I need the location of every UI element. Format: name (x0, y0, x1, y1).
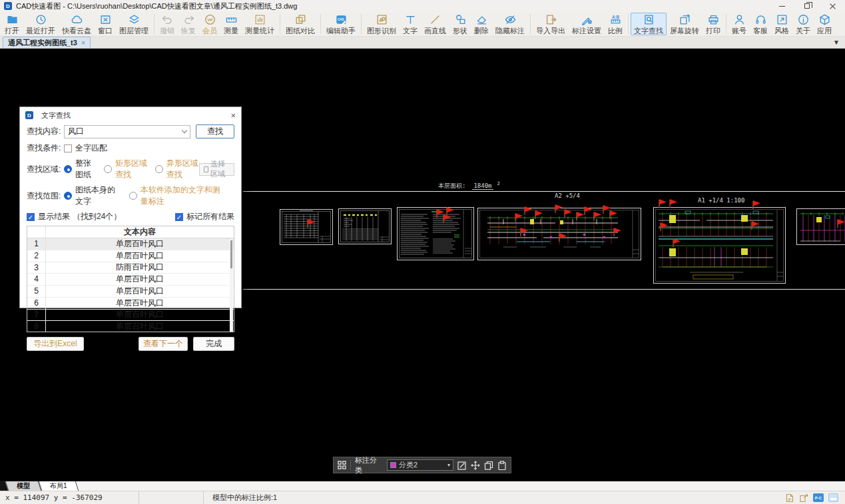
result-row[interactable]: 4 单层百叶风口 (27, 274, 234, 286)
document-tab[interactable]: 通风工程实例图纸_t3 × (3, 37, 91, 48)
dialog-close-icon[interactable]: × (230, 111, 236, 121)
toolbar-button-label: 打印 (706, 27, 720, 35)
toolbar-button-screen-rotate[interactable]: 屏幕旋转 (667, 13, 703, 35)
toolbar-button-label: 图层管理 (119, 27, 148, 35)
toolbar-separator (530, 14, 531, 34)
view-next-button[interactable]: 查看下一个 (139, 337, 188, 351)
toolbar-separator (280, 14, 280, 34)
toolbar-button-annotation-settings[interactable]: 标注设置 (569, 13, 605, 35)
area-polygon-label: 异形区域查找 (166, 158, 200, 180)
classify-selected: 分类2 (399, 460, 445, 470)
toolbar-button-draw-line[interactable]: 画直线 (421, 13, 449, 35)
result-row[interactable]: 7 单层百叶风口 (27, 310, 234, 322)
maximize-button[interactable] (794, 0, 820, 12)
classify-grid-icon[interactable] (338, 461, 346, 469)
find-button[interactable]: 查找 (196, 125, 234, 138)
toolbar-button-style[interactable]: 风格 (771, 13, 792, 35)
cube-icon (818, 13, 831, 26)
user-icon (733, 13, 746, 26)
toolbar-button-label: 窗口 (98, 27, 113, 35)
drawing-border-line-top (243, 191, 845, 192)
tab-close-icon[interactable]: × (81, 39, 85, 47)
select-area-icon (204, 166, 208, 172)
toolbar-button-print[interactable]: 打印 (703, 13, 724, 35)
area-polygon-radio[interactable] (155, 165, 163, 173)
export-pdf-icon[interactable] (785, 493, 794, 503)
scope-added-text-radio[interactable] (129, 192, 137, 200)
move-annotation-icon[interactable] (471, 461, 480, 470)
toolbar-button-delete[interactable]: 删除 (471, 13, 492, 35)
export-excel-button[interactable]: 导出到Excel (27, 337, 84, 351)
toolbar-button-about[interactable]: 关于 (792, 13, 814, 35)
toolbar-button-open[interactable]: 打开 (1, 13, 23, 35)
tab-layout1[interactable]: 布局1 (39, 481, 79, 491)
toolbar-button-cloud-drive[interactable]: 快看云盘 (59, 13, 95, 35)
done-button[interactable]: 完成 (193, 337, 234, 351)
toolbar-button-account[interactable]: 账号 (728, 13, 750, 35)
info-icon (797, 13, 810, 26)
mark-all-checkbox[interactable]: ✓ (175, 213, 183, 221)
toolbar-button-label: 撤销 (160, 27, 174, 35)
paste-annotation-icon[interactable] (497, 461, 507, 470)
result-row[interactable]: 6 单层百叶风口 (27, 298, 234, 310)
toolbar-button-text[interactable]: 文字 (400, 13, 421, 35)
settings-icon (581, 13, 593, 26)
results-count: （找到24个） (73, 211, 121, 222)
toolbar-button-drawing-compare[interactable]: 图纸对比 (282, 13, 318, 35)
result-row[interactable]: 2 单层百叶风口 (27, 250, 234, 262)
scope-added-text-label: 本软件添加的文字和测量标注 (141, 184, 228, 207)
result-row[interactable]: 5 单层百叶风口 (27, 286, 234, 298)
find-text-icon (643, 13, 655, 26)
classify-dropdown[interactable]: 分类2 ▾ (387, 459, 453, 471)
toolbar-button-support[interactable]: 客服 (750, 13, 771, 35)
area-whole-drawing-radio[interactable] (64, 165, 72, 173)
toolbar-button-layer-manager[interactable]: 图层管理 (116, 13, 152, 35)
scope-drawing-text-radio[interactable] (64, 192, 72, 200)
results-scrollbar[interactable] (230, 239, 233, 332)
toolbar-button-label: 恢复 (181, 27, 196, 35)
close-button[interactable] (820, 0, 845, 12)
whole-word-checkbox[interactable] (64, 144, 72, 152)
show-results-label: 显示结果 (38, 211, 70, 222)
toolbar-button-vip-member[interactable]: VIP 会员 (199, 13, 220, 35)
select-area-button[interactable]: 选择区域 (199, 163, 234, 176)
toolbar-button-measure[interactable]: 测量 (220, 13, 242, 35)
plan-label-a2: A2 +5/4 (555, 192, 580, 199)
toolbar-button-recent-open[interactable]: 最近打开 (23, 13, 59, 35)
toolbar-button-hide-annotations[interactable]: 隐藏标注 (492, 13, 528, 35)
show-results-checkbox[interactable]: ✓ (27, 213, 35, 221)
toolbar-button-label: 形状 (453, 27, 467, 35)
area-rect-radio[interactable] (104, 165, 112, 173)
toolbar-button-shapes[interactable]: 形状 (449, 13, 471, 35)
toolbar-button-import-export[interactable]: 导入导出 (533, 13, 569, 35)
edit-annotation-icon[interactable] (457, 461, 467, 470)
toolbar-button-shape-recognition[interactable]: 图形识别 (364, 13, 400, 35)
toolbar-button-label: 文字查找 (634, 27, 663, 35)
result-row[interactable]: 1 单层百叶风口 (27, 238, 234, 250)
toolbar-button-edit-assistant[interactable]: CAD 编辑助手 (323, 13, 359, 35)
scope-drawing-text-label: 图纸本身的文字 (75, 184, 123, 207)
result-row[interactable]: 8 单层百叶风口 (27, 321, 234, 332)
toolbar-button-measure-stats[interactable]: 测量统计 (242, 13, 278, 35)
toolbar-button-scale[interactable]: A:B 比例 (605, 13, 626, 35)
toolbar-button-label: 比例 (608, 27, 623, 35)
find-content-combobox[interactable]: 风口 (64, 125, 190, 138)
toolbar-button-label: 会员 (202, 27, 217, 35)
result-row[interactable]: 3 防雨百叶风口 (27, 262, 234, 274)
toolbar-button-redo: 恢复 (178, 13, 199, 35)
pdf-to-cad-icon[interactable]: P-C (813, 493, 824, 502)
toolbar-button-window[interactable]: 窗口 (95, 13, 116, 35)
find-content-label: 查找内容: (27, 126, 64, 137)
cloud-icon (71, 13, 83, 26)
scrollbar-thumb[interactable] (230, 240, 232, 268)
panel-toggle-icon[interactable] (828, 493, 838, 502)
tab-model[interactable]: 模型 (5, 481, 42, 491)
ribbon-collapse-icon[interactable]: ▼ (833, 39, 840, 46)
printer-icon (707, 13, 720, 26)
copy-annotation-icon[interactable] (484, 461, 493, 470)
minimize-button[interactable] (769, 0, 794, 12)
toolbar-button-text-find[interactable]: 文字查找 (631, 13, 667, 35)
share-drawing-icon[interactable] (799, 493, 808, 503)
dialog-titlebar[interactable]: D 文字查找 × (20, 107, 241, 123)
toolbar-button-apps[interactable]: 应用 (814, 13, 835, 35)
